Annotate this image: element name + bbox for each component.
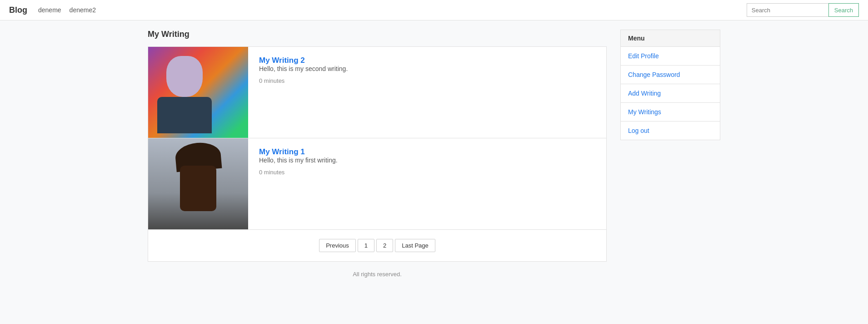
sidebar-item-log-out[interactable]: Log out bbox=[621, 122, 720, 140]
sidebar-item-edit-profile[interactable]: Edit Profile bbox=[621, 47, 720, 66]
sidebar-menu-title: Menu bbox=[621, 30, 720, 47]
sidebar-item-change-password[interactable]: Change Password bbox=[621, 66, 720, 84]
card-body-1: My Writing 1 Hello, this is my first wri… bbox=[248, 138, 606, 229]
card-time-1: 0 minutes bbox=[259, 169, 284, 176]
card-time-2: 0 minutes bbox=[259, 77, 284, 84]
page-2-button[interactable]: 2 bbox=[376, 239, 393, 252]
card-image-2 bbox=[148, 47, 248, 138]
nav-link-deneme[interactable]: deneme bbox=[36, 6, 63, 14]
writing-card-1: My Writing 1 Hello, this is my first wri… bbox=[148, 138, 607, 230]
search-button[interactable]: Search bbox=[828, 3, 859, 17]
writing-card-2: My Writing 2 Hello, this is my second wr… bbox=[148, 46, 607, 138]
previous-button[interactable]: Previous bbox=[319, 239, 356, 252]
card-body-2: My Writing 2 Hello, this is my second wr… bbox=[248, 47, 606, 138]
writing-image-rick bbox=[148, 47, 248, 138]
card-title-2[interactable]: My Writing 2 bbox=[259, 56, 305, 65]
card-excerpt-2: Hello, this is my second writing. bbox=[259, 65, 595, 72]
card-excerpt-1: Hello, this is my first writing. bbox=[259, 157, 595, 164]
sidebar-menu: Menu Edit Profile Change Password Add Wr… bbox=[620, 30, 720, 140]
sidebar: Menu Edit Profile Change Password Add Wr… bbox=[620, 30, 720, 287]
last-page-button[interactable]: Last Page bbox=[395, 239, 435, 252]
card-image-1 bbox=[148, 138, 248, 229]
footer-text: All rights reserved. bbox=[353, 271, 402, 278]
card-title-1[interactable]: My Writing 1 bbox=[259, 147, 305, 156]
sidebar-item-add-writing[interactable]: Add Writing bbox=[621, 84, 720, 103]
page-title: My Writing bbox=[148, 30, 607, 39]
writing-image-pirate bbox=[148, 138, 248, 229]
nav-link-deneme2[interactable]: deneme2 bbox=[68, 6, 98, 14]
footer: All rights reserved. bbox=[148, 262, 607, 287]
nav-links: deneme deneme2 bbox=[36, 6, 98, 14]
page-1-button[interactable]: 1 bbox=[358, 239, 374, 252]
page-container: My Writing My Writing 2 Hello, this is m… bbox=[139, 20, 729, 287]
search-input[interactable] bbox=[747, 3, 828, 17]
search-bar: Search bbox=[747, 3, 859, 17]
content-area: My Writing My Writing 2 Hello, this is m… bbox=[148, 30, 607, 287]
brand-link[interactable]: Blog bbox=[9, 5, 27, 15]
sidebar-item-my-writings[interactable]: My Writings bbox=[621, 103, 720, 122]
pagination: Previous 1 2 Last Page bbox=[148, 230, 607, 262]
navbar: Blog deneme deneme2 Search bbox=[0, 0, 868, 20]
